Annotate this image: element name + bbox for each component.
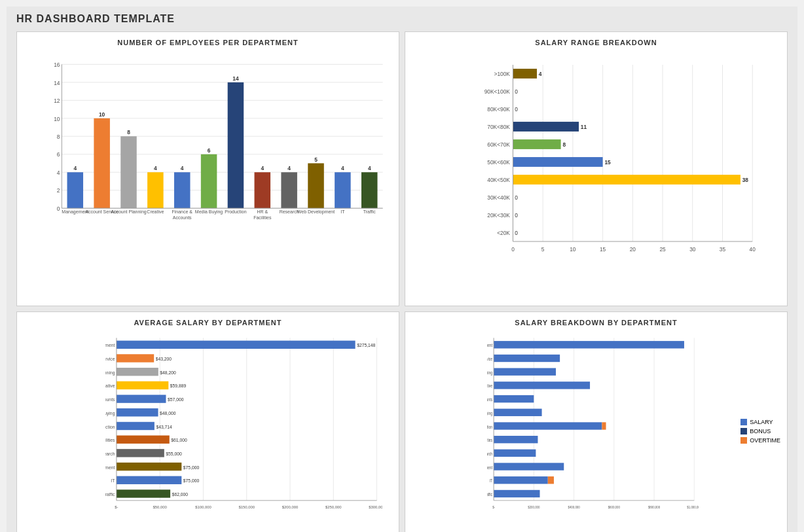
employees-svg: 02468101214164Management10Account Servic…: [46, 58, 389, 248]
svg-text:$50,000: $50,000: [153, 505, 168, 509]
salary-range-chart-title: SALARY RANGE BREAKDOWN: [415, 39, 777, 46]
svg-text:HR & Facilities: HR & Facilities: [105, 438, 115, 442]
svg-text:Finance & Accounts: Finance & Accounts: [105, 397, 115, 402]
avg-salary-svg: $-$50,000$100,000$150,000$200,000$250,00…: [105, 335, 382, 515]
svg-text:Accounts: Accounts: [173, 215, 192, 220]
svg-text:20: 20: [630, 246, 636, 253]
svg-text:Account Service: Account Service: [105, 357, 115, 361]
legend-overtime: OVERTIME: [740, 437, 780, 444]
svg-text:4: 4: [181, 165, 184, 171]
employees-chart-panel: NUMBER OF EMPLOYEES PER DEPARTMENT 02468…: [16, 31, 399, 306]
svg-text:$250,000: $250,000: [325, 505, 342, 509]
salary-breakdown-chart-title: SALARY BREAKDOWN BY DEPARTMENT: [415, 319, 777, 327]
legend-salary: SALARY: [740, 419, 780, 425]
svg-text:0: 0: [515, 106, 518, 113]
svg-text:$100,000: $100,000: [195, 505, 211, 509]
svg-rect-83: [513, 122, 579, 132]
svg-text:0: 0: [515, 212, 518, 219]
salary-breakdown-chart-panel: SALARY BREAKDOWN BY DEPARTMENT $-$200,00…: [405, 311, 788, 532]
svg-text:14: 14: [54, 80, 60, 86]
svg-text:Web Development: Web Development: [487, 465, 492, 470]
svg-rect-126: [117, 381, 168, 389]
svg-rect-186: [494, 463, 564, 470]
svg-rect-171: [494, 368, 556, 375]
svg-rect-189: [548, 476, 554, 484]
svg-text:$48,200: $48,200: [160, 370, 176, 375]
svg-text:4: 4: [261, 165, 264, 171]
svg-text:70K<80K: 70K<80K: [487, 124, 510, 130]
svg-rect-150: [117, 489, 170, 497]
svg-text:Media Buying: Media Buying: [195, 209, 223, 215]
svg-text:IT: IT: [111, 478, 115, 483]
legend-bonus-label: BONUS: [750, 428, 771, 434]
svg-text:Account Planning: Account Planning: [105, 370, 115, 376]
svg-text:Account Planning: Account Planning: [487, 370, 492, 375]
svg-text:$200,000: $200,000: [528, 505, 539, 510]
svg-text:Creative: Creative: [147, 209, 164, 214]
svg-rect-180: [602, 422, 606, 429]
svg-text:$800,000: $800,000: [648, 505, 660, 510]
svg-text:$62,000: $62,000: [172, 492, 189, 497]
svg-rect-138: [117, 435, 170, 443]
charts-grid: NUMBER OF EMPLOYEES PER DEPARTMENT 02468…: [16, 31, 788, 532]
svg-rect-89: [513, 157, 602, 167]
svg-rect-40: [255, 172, 271, 208]
svg-text:$150,000: $150,000: [238, 505, 255, 509]
svg-text:Account Service: Account Service: [487, 357, 493, 361]
svg-text:14: 14: [232, 75, 239, 82]
svg-text:4: 4: [368, 165, 371, 171]
svg-text:50K<60K: 50K<60K: [487, 159, 510, 166]
svg-text:>100K: >100K: [494, 71, 510, 77]
svg-text:8: 8: [57, 133, 60, 140]
avg-salary-chart-title: AVERAGE SALARY BY DEPARTMENT: [27, 319, 389, 327]
svg-text:Media Buying: Media Buying: [487, 411, 492, 416]
svg-text:30K<40K: 30K<40K: [487, 194, 510, 201]
svg-rect-92: [513, 175, 740, 185]
svg-text:HR & Facilities: HR & Facilities: [487, 438, 492, 443]
svg-text:Management: Management: [105, 343, 115, 348]
salary-range-svg: 05101520253035404>100K090K<100K080K<90K1…: [467, 58, 771, 261]
svg-text:HR &: HR &: [257, 209, 268, 214]
salary-range-chart: 05101520253035404>100K090K<100K080K<90K1…: [415, 52, 777, 281]
avg-salary-chart-panel: AVERAGE SALARY BY DEPARTMENT $-$50,000$1…: [16, 311, 399, 532]
svg-rect-30: [174, 172, 191, 208]
svg-rect-34: [201, 154, 217, 208]
employees-chart-title: NUMBER OF EMPLOYEES PER DEPARTMENT: [27, 39, 389, 46]
svg-rect-135: [117, 422, 155, 430]
svg-rect-167: [494, 341, 684, 348]
svg-text:4: 4: [73, 165, 77, 171]
svg-text:6: 6: [208, 147, 211, 154]
svg-rect-182: [494, 436, 538, 443]
svg-text:4: 4: [287, 165, 291, 171]
svg-text:8: 8: [127, 129, 130, 135]
svg-text:Creative: Creative: [487, 384, 493, 389]
svg-text:Management: Management: [62, 209, 88, 215]
svg-text:$48,000: $48,000: [160, 411, 176, 416]
svg-text:11: 11: [581, 124, 587, 130]
svg-text:Finance &: Finance &: [172, 209, 192, 214]
svg-text:$43,200: $43,200: [156, 357, 172, 361]
svg-rect-117: [117, 341, 356, 349]
page-title: HR DASHBOARD TEMPLATE: [16, 13, 788, 25]
salary-breakdown-legend: SALARY BONUS OVERTIME: [740, 419, 780, 446]
svg-text:$59,889: $59,889: [170, 383, 187, 388]
svg-text:$61,000: $61,000: [171, 438, 187, 442]
salary-breakdown-chart: $-$200,000$400,000$600,000$800,000$1,000…: [415, 332, 777, 532]
svg-rect-120: [117, 354, 154, 362]
svg-text:40: 40: [750, 246, 756, 253]
svg-text:0: 0: [511, 246, 515, 253]
employees-bar-chart: 02468101214164Management10Account Servic…: [27, 52, 389, 281]
svg-text:60K<70K: 60K<70K: [487, 141, 510, 148]
svg-text:25: 25: [659, 246, 665, 253]
svg-text:Traffic: Traffic: [105, 492, 115, 497]
svg-text:4: 4: [341, 165, 344, 171]
svg-text:IT: IT: [340, 209, 345, 214]
svg-rect-44: [281, 172, 297, 208]
svg-text:5: 5: [314, 156, 318, 163]
svg-text:$300,000: $300,000: [369, 505, 382, 509]
svg-text:0: 0: [515, 194, 518, 201]
svg-text:8: 8: [562, 141, 566, 148]
svg-rect-24: [120, 136, 137, 208]
svg-text:15: 15: [600, 246, 606, 253]
svg-text:Production: Production: [225, 209, 247, 214]
